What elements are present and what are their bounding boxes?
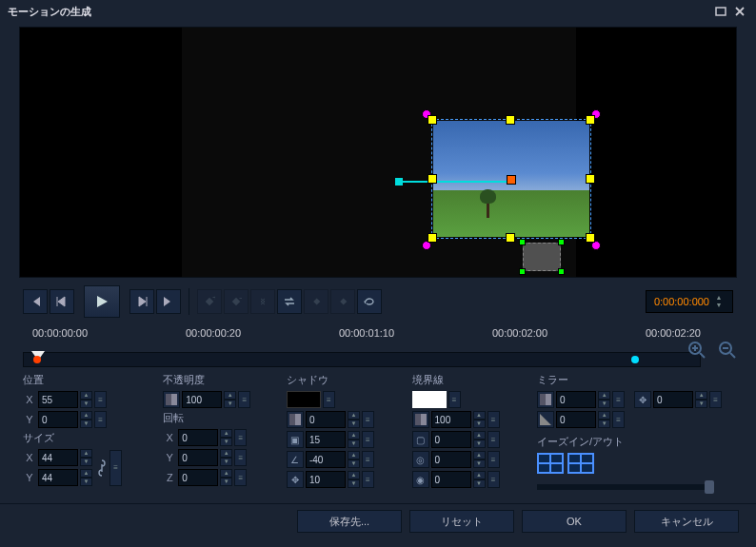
mm-down[interactable]: ▼ [695, 400, 707, 408]
shadow-color-menu[interactable]: ≡ [323, 391, 335, 408]
rz-menu[interactable]: ≡ [234, 469, 247, 486]
timeline[interactable]: 00:00:00:00 00:00:00:20 00:00:01:10 00:0… [19, 327, 737, 369]
tc-up[interactable]: ▲ [713, 294, 725, 302]
sha-menu[interactable]: ≡ [362, 451, 374, 468]
sha-down[interactable]: ▼ [348, 459, 360, 468]
shadow-distance-input[interactable] [306, 431, 346, 448]
shd-up[interactable]: ▲ [348, 431, 360, 440]
border-soft-input[interactable] [431, 451, 471, 468]
next-frame-button[interactable] [129, 289, 154, 314]
prev-frame-button[interactable] [50, 289, 74, 314]
rx-menu[interactable]: ≡ [234, 429, 247, 446]
br-up[interactable]: ▲ [473, 471, 486, 479]
resize-handle-b[interactable] [506, 233, 515, 243]
resize-handle-l[interactable] [428, 174, 437, 184]
shadow-spread-input[interactable] [306, 471, 346, 488]
ghost-handle-bl[interactable] [519, 268, 526, 275]
m2-up[interactable]: ▲ [598, 411, 610, 420]
kf-swap-button[interactable] [277, 289, 302, 314]
shd-menu[interactable]: ≡ [362, 431, 374, 448]
bs-up[interactable]: ▲ [473, 451, 486, 459]
sho-menu[interactable]: ≡ [362, 411, 374, 428]
shs-up[interactable]: ▲ [348, 471, 360, 479]
bw-down[interactable]: ▼ [473, 440, 486, 448]
ease-preset-2[interactable] [567, 453, 594, 474]
ease-preset-1[interactable] [537, 453, 564, 474]
size-x-input[interactable] [38, 449, 78, 466]
sy-up[interactable]: ▲ [80, 469, 92, 478]
keyframe-end[interactable] [631, 356, 639, 363]
shs-menu[interactable]: ≡ [362, 471, 374, 488]
preview-canvas[interactable] [19, 27, 737, 278]
mirror-v2-input[interactable] [556, 411, 596, 428]
rot-z-input[interactable] [178, 469, 218, 486]
shadow-angle-input[interactable] [306, 451, 346, 468]
rx-down[interactable]: ▼ [220, 438, 232, 446]
shd-down[interactable]: ▼ [348, 440, 360, 448]
ease-slider[interactable] [537, 484, 712, 490]
rz-down[interactable]: ▼ [220, 478, 232, 486]
mirror-move-input[interactable] [653, 391, 693, 408]
bo-down[interactable]: ▼ [473, 420, 486, 428]
goto-start-button[interactable] [23, 289, 48, 314]
resize-handle-br[interactable] [586, 233, 595, 243]
shs-down[interactable]: ▼ [348, 479, 360, 488]
keyframe-start[interactable] [33, 356, 41, 363]
pos-y-down[interactable]: ▼ [80, 420, 92, 428]
timecode-display[interactable]: 0:00:00:000 ▲▼ [646, 290, 733, 313]
size-link-icon[interactable] [94, 454, 109, 482]
sx-up[interactable]: ▲ [80, 449, 92, 458]
bs-down[interactable]: ▼ [473, 459, 486, 468]
size-y-input[interactable] [38, 469, 78, 486]
shadow-color-swatch[interactable] [287, 391, 321, 408]
kf-prev-button[interactable] [304, 289, 328, 314]
tc-down[interactable]: ▼ [713, 302, 725, 309]
m1-menu[interactable]: ≡ [612, 391, 625, 408]
ry-menu[interactable]: ≡ [234, 449, 247, 466]
border-opacity-input[interactable] [431, 411, 471, 428]
op-up[interactable]: ▲ [224, 391, 236, 400]
ry-down[interactable]: ▼ [220, 458, 232, 466]
br-menu[interactable]: ≡ [487, 471, 500, 488]
m2-menu[interactable]: ≡ [612, 411, 625, 428]
pos-x-input[interactable] [38, 391, 78, 408]
mm-up[interactable]: ▲ [695, 391, 707, 400]
play-button[interactable] [84, 285, 120, 318]
m2-down[interactable]: ▼ [598, 420, 610, 428]
kf-add-button[interactable]: + [197, 289, 222, 314]
ghost-handle-tr[interactable] [558, 239, 565, 245]
maximize-button[interactable] [712, 4, 729, 19]
ok-button[interactable]: OK [522, 510, 627, 533]
center-anchor[interactable] [507, 175, 516, 185]
sho-down[interactable]: ▼ [348, 420, 360, 428]
shadow-opacity-input[interactable] [306, 411, 346, 428]
pos-x-up[interactable]: ▲ [80, 391, 92, 400]
timeline-track[interactable] [23, 352, 701, 367]
bw-up[interactable]: ▲ [473, 431, 486, 440]
sha-up[interactable]: ▲ [348, 451, 360, 459]
kf-reverse-button[interactable] [250, 289, 275, 314]
op-down[interactable]: ▼ [224, 400, 236, 408]
pos-y-up[interactable]: ▲ [80, 411, 92, 420]
kf-loop-button[interactable] [357, 289, 382, 314]
opacity-input[interactable] [182, 391, 222, 408]
bs-menu[interactable]: ≡ [487, 451, 500, 468]
op-menu[interactable]: ≡ [238, 391, 250, 408]
m1-up[interactable]: ▲ [598, 391, 610, 400]
save-button[interactable]: 保存先... [297, 510, 402, 533]
bw-menu[interactable]: ≡ [487, 431, 500, 448]
zoom-in-button[interactable] [687, 341, 706, 360]
pos-x-down[interactable]: ▼ [80, 400, 92, 408]
resize-handle-r[interactable] [586, 174, 595, 184]
goto-end-button[interactable] [156, 289, 181, 314]
resize-handle-bl[interactable] [428, 233, 437, 243]
border-color-swatch[interactable] [412, 391, 447, 408]
m1-down[interactable]: ▼ [598, 400, 610, 408]
kf-next-button[interactable] [330, 289, 355, 314]
close-button[interactable] [731, 4, 748, 19]
br-down[interactable]: ▼ [473, 479, 486, 488]
border-color-menu[interactable]: ≡ [448, 391, 461, 408]
pos-x-menu[interactable]: ≡ [94, 391, 107, 408]
sy-down[interactable]: ▼ [80, 478, 92, 486]
rz-up[interactable]: ▲ [220, 469, 232, 478]
